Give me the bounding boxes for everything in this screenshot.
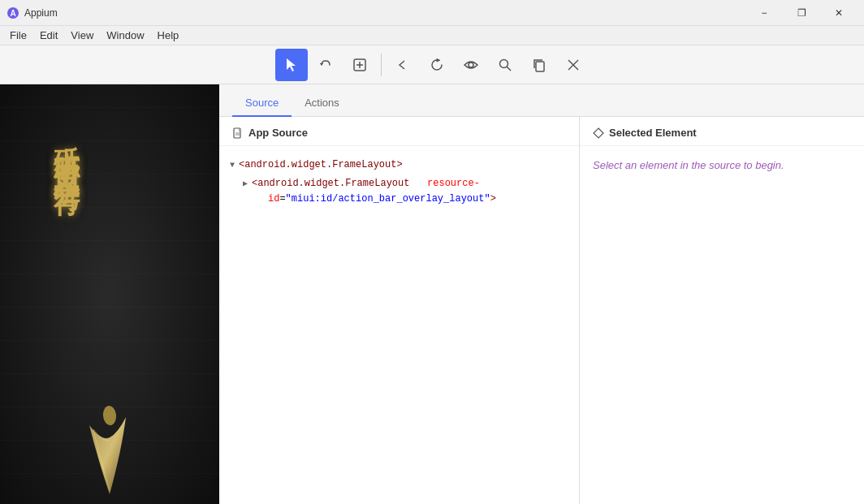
tool-swipe-button[interactable] — [309, 49, 342, 81]
xml-attr-val: "miui:id/action_bar_overlay_layout" — [286, 193, 490, 205]
menu-bar: File Edit View Window Help — [0, 26, 864, 45]
svg-point-5 — [469, 62, 473, 67]
svg-point-11 — [102, 405, 117, 425]
tab-source[interactable]: Source — [232, 90, 292, 117]
xml-tag-child-close: > — [490, 193, 496, 205]
tree-toggle-root[interactable]: ▼ — [226, 158, 239, 171]
restore-button[interactable]: ❐ — [783, 0, 820, 26]
menu-file[interactable]: File — [3, 28, 33, 43]
app-source-title: App Source — [248, 127, 308, 139]
minimize-button[interactable]: − — [745, 0, 783, 26]
xml-tag-child-open: <android.widget.FrameLayout — [252, 178, 409, 189]
right-panel: Source Actions App Source ▼ <android.wid… — [219, 84, 864, 504]
xml-node-root: <android.widget.FrameLayout> — [239, 157, 403, 173]
screenshot-panel: 砥志研力思学笃行 要允许 国盛研究UAT — [0, 84, 219, 504]
menu-view[interactable]: View — [64, 28, 100, 43]
menu-window[interactable]: Window — [100, 28, 150, 43]
tool-quit-button[interactable] — [557, 49, 590, 81]
svg-rect-8 — [536, 62, 544, 71]
xml-node-child: <android.widget.FrameLayout resource- id… — [252, 176, 496, 207]
title-bar: A Appium − ❐ ✕ — [0, 0, 864, 26]
window-controls: − ❐ ✕ — [745, 0, 858, 26]
app-source-header: App Source — [219, 117, 579, 146]
xml-attr-continued: id="miui:id/action_bar_overlay_layout"> — [252, 193, 496, 205]
selected-element-title: Selected Element — [609, 127, 697, 139]
tool-back-button[interactable] — [387, 49, 419, 81]
tree-toggle-child[interactable]: ▶ — [239, 177, 252, 190]
tool-tap-button[interactable] — [343, 49, 376, 81]
app-title: Appium — [24, 7, 745, 19]
panels-row: App Source ▼ <android.widget.FrameLayout… — [219, 117, 864, 504]
main-content: 砥志研力思学笃行 要允许 国盛研究UAT — [0, 84, 864, 504]
tool-eye-button[interactable] — [455, 49, 487, 81]
app-source-panel: App Source ▼ <android.widget.FrameLayout… — [219, 117, 580, 504]
app-icon: A — [6, 6, 19, 19]
select-element-hint: Select an element in the source to begin… — [580, 146, 864, 184]
toolbar — [0, 45, 864, 84]
selected-element-panel: Selected Element Select an element in th… — [580, 117, 864, 504]
xml-attr-name: resource- — [427, 178, 480, 189]
menu-edit[interactable]: Edit — [33, 28, 64, 43]
xml-tag-root: <android.widget.FrameLayout> — [239, 159, 403, 170]
xml-tree: ▼ <android.widget.FrameLayout> ▶ <androi… — [219, 146, 579, 219]
close-button[interactable]: ✕ — [820, 0, 858, 26]
selected-element-header: Selected Element — [580, 117, 864, 146]
tool-search-button[interactable] — [489, 49, 521, 81]
doc-icon — [232, 127, 244, 139]
diamond-icon — [593, 127, 604, 139]
svg-line-7 — [507, 67, 511, 71]
tree-row-child[interactable]: ▶ <android.widget.FrameLayout resource- … — [226, 174, 572, 209]
tool-select-button[interactable] — [275, 49, 308, 81]
screenshot-image: 砥志研力思学笃行 — [0, 84, 219, 504]
xml-attr-id: id — [268, 193, 279, 205]
decorative-feather — [73, 393, 146, 498]
toolbar-separator-1 — [381, 54, 382, 76]
tab-actions[interactable]: Actions — [292, 90, 352, 117]
svg-text:A: A — [10, 9, 15, 18]
menu-help[interactable]: Help — [151, 28, 186, 43]
tree-row-root[interactable]: ▼ <android.widget.FrameLayout> — [226, 156, 572, 174]
tool-refresh-button[interactable] — [421, 49, 453, 81]
chinese-calligraphy: 砥志研力思学笃行 — [49, 125, 84, 177]
tool-copy-button[interactable] — [523, 49, 555, 81]
tabs-bar: Source Actions — [219, 84, 864, 117]
